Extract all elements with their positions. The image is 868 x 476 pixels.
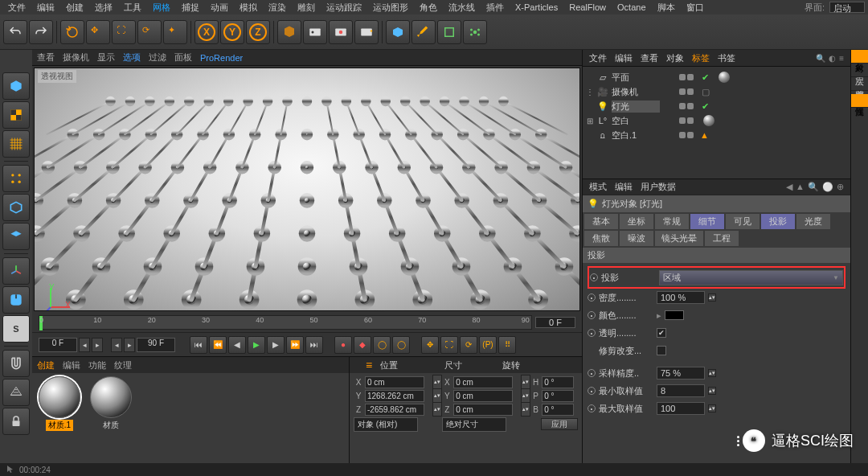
attr-tab-project[interactable]: 工程 bbox=[705, 231, 739, 246]
rot-h-field[interactable]: 0 ° bbox=[542, 376, 574, 388]
nav-search-icon[interactable]: 🔍 bbox=[808, 182, 819, 192]
om-file[interactable]: 文件 bbox=[589, 52, 607, 64]
vp-options[interactable]: 选项 bbox=[123, 51, 141, 64]
vp-filter[interactable]: 过滤 bbox=[149, 51, 166, 64]
pla-key-icon[interactable]: ⠿ bbox=[498, 336, 516, 354]
om-bookmarks[interactable]: 书签 bbox=[718, 52, 735, 64]
coord-apply-button[interactable]: 应用 bbox=[541, 418, 578, 430]
param-bullet-icon[interactable]: • bbox=[588, 311, 596, 319]
nav-up-icon[interactable]: ▲ bbox=[796, 182, 805, 192]
object-row-null[interactable]: ⊞ L° 空白 bbox=[586, 113, 847, 128]
menu-edit[interactable]: 编辑 bbox=[32, 1, 59, 14]
size-y-field[interactable]: 0 cm bbox=[453, 390, 513, 402]
point-mode[interactable] bbox=[2, 165, 30, 192]
vp-panel[interactable]: 面板 bbox=[174, 51, 192, 64]
maxsamples-field[interactable]: 100 bbox=[657, 402, 705, 415]
menu-simulate[interactable]: 模拟 bbox=[235, 1, 262, 14]
goto-start-button[interactable]: ⏮ bbox=[190, 336, 207, 354]
axis-x-toggle[interactable]: X bbox=[194, 20, 219, 44]
keyframe-sel-button[interactable]: ◯ bbox=[373, 336, 391, 354]
menu-script[interactable]: 脚本 bbox=[653, 1, 680, 14]
polygon-mode[interactable] bbox=[2, 223, 30, 250]
density-field[interactable]: 100 % bbox=[657, 291, 705, 304]
edge-mode[interactable] bbox=[2, 194, 30, 221]
material-thumb-1[interactable]: 材质.1 bbox=[35, 376, 84, 461]
live-select-tool[interactable] bbox=[60, 20, 84, 44]
accuracy-field[interactable]: 75 % bbox=[657, 367, 705, 380]
rot-p-field[interactable]: 0 ° bbox=[542, 390, 574, 402]
transparent-checkbox[interactable]: ✔ bbox=[657, 328, 666, 338]
axis-y-toggle[interactable]: Y bbox=[220, 20, 244, 44]
vtab-layers[interactable]: 层次 bbox=[851, 64, 868, 77]
shadow-type-dropdown[interactable]: 区域▼ bbox=[659, 270, 843, 285]
menu-animate[interactable]: 动画 bbox=[206, 1, 233, 14]
check-icon[interactable]: ▢ bbox=[702, 87, 710, 97]
menu-render[interactable]: 渲染 bbox=[264, 1, 291, 14]
mat-tab-create[interactable]: 创建 bbox=[37, 359, 55, 371]
attr-tab-visible[interactable]: 可见 bbox=[726, 214, 760, 229]
undo-button[interactable] bbox=[3, 20, 27, 44]
menu-realflow[interactable]: RealFlow bbox=[564, 2, 611, 13]
object-row-camera[interactable]: ⋮ 🎥 摄像机 ▢ bbox=[586, 84, 847, 99]
add-cube-button[interactable] bbox=[386, 20, 410, 44]
vp-view[interactable]: 查看 bbox=[37, 51, 55, 64]
pos-x-field[interactable]: 0 cm bbox=[365, 376, 424, 388]
axis-mode[interactable] bbox=[2, 257, 30, 285]
menu-motiontrack[interactable]: 运动跟踪 bbox=[321, 1, 366, 14]
rot-b-field[interactable]: 0 ° bbox=[542, 404, 574, 416]
menu-mograph[interactable]: 运动图形 bbox=[368, 1, 413, 14]
timeline-ruler[interactable]: 0 10 20 30 40 50 60 70 80 90 0 F bbox=[32, 313, 582, 332]
redo-button[interactable] bbox=[29, 20, 53, 44]
menu-create[interactable]: 创建 bbox=[61, 1, 88, 14]
attr-tab-photometric[interactable]: 光度 bbox=[796, 214, 830, 229]
menu-octane[interactable]: Octane bbox=[612, 2, 650, 13]
mouse-icon[interactable] bbox=[2, 286, 30, 314]
om-tags[interactable]: 标签 bbox=[692, 52, 710, 64]
object-row-light[interactable]: 💡 灯光 ✔ bbox=[586, 99, 847, 113]
menu-file[interactable]: 文件 bbox=[3, 1, 31, 14]
param-key-icon[interactable]: (P) bbox=[479, 336, 497, 354]
mat-tab-tex[interactable]: 纹理 bbox=[114, 359, 132, 371]
clip-checkbox[interactable] bbox=[657, 346, 666, 355]
timeline-current-frame[interactable]: 0 F bbox=[535, 317, 575, 328]
param-bullet-icon[interactable]: • bbox=[588, 293, 596, 302]
menu-sculpt[interactable]: 雕刻 bbox=[293, 1, 320, 14]
mat-tab-func[interactable]: 功能 bbox=[88, 359, 106, 371]
menu-tools[interactable]: 工具 bbox=[119, 1, 146, 14]
vtab-attributes[interactable]: 属性 bbox=[851, 94, 868, 108]
scale-key-icon[interactable]: ⛶ bbox=[440, 336, 458, 354]
am-mode[interactable]: 模式 bbox=[589, 181, 607, 193]
expand-icon[interactable]: ⊞ bbox=[586, 117, 594, 125]
search-icon[interactable]: 🔍 bbox=[816, 54, 825, 63]
menu-window[interactable]: 窗口 bbox=[682, 1, 709, 14]
attr-tab-general[interactable]: 常规 bbox=[655, 214, 689, 229]
next-key-button[interactable]: ⏩ bbox=[286, 336, 304, 354]
render-view-button[interactable] bbox=[277, 20, 301, 44]
menu-pipeline[interactable]: 流水线 bbox=[444, 1, 480, 14]
prev-key-button[interactable]: ⏪ bbox=[209, 336, 227, 354]
om-objects[interactable]: 对象 bbox=[666, 52, 684, 64]
menu-plugins[interactable]: 插件 bbox=[481, 1, 509, 14]
coord-mode-pos[interactable]: 对象 (相对) bbox=[354, 417, 418, 432]
autokey-button[interactable]: ◆ bbox=[354, 336, 371, 354]
move-tool[interactable]: ✥ bbox=[86, 20, 110, 44]
pos-y-field[interactable]: 1268.262 cm bbox=[365, 390, 424, 402]
param-bullet-icon[interactable]: • bbox=[590, 273, 598, 281]
pos-key-icon[interactable]: ✥ bbox=[421, 336, 439, 354]
attr-tab-noise[interactable]: 噪波 bbox=[620, 231, 653, 246]
attr-tab-detail[interactable]: 细节 bbox=[690, 214, 724, 229]
start-inc[interactable]: ▸ bbox=[92, 338, 103, 352]
param-bullet-icon[interactable]: • bbox=[588, 404, 596, 412]
add-pen-button[interactable] bbox=[411, 20, 436, 44]
shadow-color-swatch[interactable] bbox=[665, 310, 684, 320]
render-settings-button[interactable] bbox=[303, 20, 327, 44]
object-tree[interactable]: ▱ 平面 ✔ ⋮ 🎥 摄像机 ▢ 💡 灯光 bbox=[583, 66, 850, 178]
prev-frame-button[interactable]: ◀ bbox=[228, 336, 246, 354]
coord-mode-size[interactable]: 绝对尺寸 bbox=[442, 417, 506, 432]
rotate-tool[interactable]: ⟳ bbox=[137, 20, 162, 44]
object-row-null1[interactable]: ⩍ 空白.1 ▲ bbox=[586, 128, 847, 142]
material-tag-icon[interactable] bbox=[719, 72, 730, 83]
check-icon[interactable]: ✔ bbox=[702, 72, 709, 83]
add-effector-button[interactable] bbox=[463, 20, 487, 44]
minsamples-field[interactable]: 8 bbox=[657, 384, 705, 397]
